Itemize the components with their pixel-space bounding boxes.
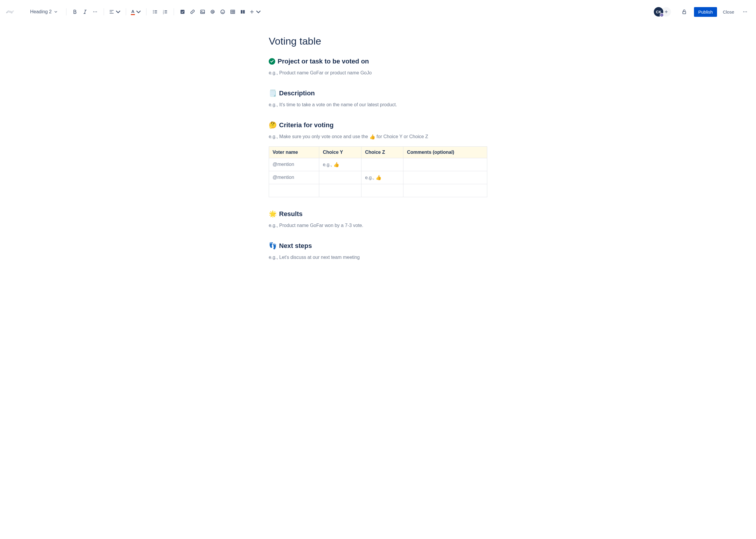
cell-y[interactable]: [319, 184, 362, 197]
text-style-label: Heading 2: [30, 9, 52, 15]
image-button[interactable]: [198, 7, 208, 17]
chevron-down-icon: [54, 10, 57, 14]
criteria-placeholder[interactable]: e.g., Make sure you only vote once and u…: [269, 133, 487, 140]
thumbs-up-icon: 👍: [370, 134, 375, 139]
svg-rect-17: [241, 10, 242, 14]
bullet-list-button[interactable]: [150, 7, 160, 17]
thinking-icon: 🤔: [269, 121, 277, 129]
italic-button[interactable]: [80, 7, 90, 17]
cell-voter[interactable]: @mention: [269, 158, 319, 171]
section-description-heading[interactable]: 🗒️ Description: [269, 89, 487, 97]
link-button[interactable]: [188, 7, 198, 17]
svg-point-3: [153, 10, 154, 11]
confluence-logo-icon: [6, 8, 14, 16]
section-next-steps-heading[interactable]: 👣 Next steps: [269, 242, 487, 250]
col-choice-y[interactable]: Choice Y: [319, 146, 362, 158]
publish-button[interactable]: Publish: [694, 7, 717, 17]
cell-voter[interactable]: @mention: [269, 171, 319, 184]
avatar-group: CK C: [654, 7, 671, 17]
cell-y[interactable]: e.g., 👍: [319, 158, 362, 171]
cell-voter[interactable]: [269, 184, 319, 197]
mention-button[interactable]: [208, 7, 218, 17]
svg-point-20: [743, 12, 744, 12]
svg-point-1: [95, 12, 96, 12]
section-project-heading[interactable]: Project or task to be voted on: [269, 57, 487, 65]
emoji-button[interactable]: [218, 7, 228, 17]
section-next-steps-text: Next steps: [279, 242, 312, 250]
cell-z[interactable]: e.g., 👍: [362, 171, 403, 184]
toolbar-divider: [126, 8, 126, 15]
cell-y[interactable]: [319, 171, 362, 184]
cell-z[interactable]: [362, 158, 403, 171]
cell-z[interactable]: [362, 184, 403, 197]
svg-text:3: 3: [163, 13, 164, 15]
table-header-row: Voter name Choice Y Choice Z Comments (o…: [269, 146, 487, 158]
table-button[interactable]: [228, 7, 238, 17]
svg-point-13: [220, 10, 224, 14]
avatar-badge: C: [660, 13, 664, 17]
next-steps-placeholder[interactable]: e.g., Let's discuss at our next team mee…: [269, 254, 487, 261]
numbered-list-button[interactable]: 123: [160, 7, 170, 17]
more-actions-button[interactable]: [740, 7, 750, 17]
svg-rect-19: [683, 12, 686, 14]
section-criteria-heading[interactable]: 🤔 Criteria for voting: [269, 121, 487, 129]
user-avatar[interactable]: CK C: [654, 7, 663, 17]
svg-point-22: [746, 12, 747, 12]
notepad-icon: 🗒️: [269, 89, 277, 97]
action-item-button[interactable]: [178, 7, 188, 17]
description-placeholder[interactable]: e.g., It's time to take a vote on the na…: [269, 101, 487, 108]
svg-rect-18: [243, 10, 245, 14]
cell-comments[interactable]: [403, 184, 487, 197]
col-comments[interactable]: Comments (optional): [403, 146, 487, 158]
voting-table[interactable]: Voter name Choice Y Choice Z Comments (o…: [269, 146, 487, 197]
svg-rect-16: [231, 10, 234, 14]
restrictions-button[interactable]: [679, 7, 689, 17]
alignment-button[interactable]: [108, 7, 122, 17]
page-title[interactable]: Voting table: [269, 36, 487, 47]
results-placeholder[interactable]: e.g., Product name GoFar won by a 7-3 vo…: [269, 222, 487, 229]
table-row[interactable]: @mention e.g., 👍: [269, 158, 487, 171]
editor-toolbar: Heading 2 A 123: [0, 0, 756, 24]
svg-point-0: [93, 12, 94, 12]
editor-content[interactable]: Voting table Project or task to be voted…: [263, 24, 493, 286]
toolbar-divider: [146, 8, 146, 15]
footprints-icon: 👣: [269, 242, 277, 250]
svg-point-2: [96, 12, 97, 12]
section-project-text: Project or task to be voted on: [278, 57, 369, 65]
bold-button[interactable]: [70, 7, 80, 17]
toolbar-divider: [104, 8, 104, 15]
svg-point-4: [153, 12, 154, 12]
star-icon: 🌟: [269, 210, 277, 218]
table-row[interactable]: [269, 184, 487, 197]
table-row[interactable]: @mention e.g., 👍: [269, 171, 487, 184]
svg-rect-9: [180, 10, 184, 14]
layouts-button[interactable]: [238, 7, 248, 17]
section-criteria-text: Criteria for voting: [279, 121, 334, 129]
section-results-heading[interactable]: 🌟 Results: [269, 210, 487, 218]
svg-point-21: [745, 12, 746, 12]
cell-comments[interactable]: [403, 158, 487, 171]
svg-point-5: [153, 13, 154, 14]
insert-button[interactable]: [248, 7, 263, 17]
toolbar-divider: [66, 8, 66, 15]
svg-point-15: [223, 11, 224, 12]
text-style-dropdown[interactable]: Heading 2: [27, 7, 63, 16]
close-button[interactable]: Close: [719, 7, 738, 17]
col-voter[interactable]: Voter name: [269, 146, 319, 158]
section-description-text: Description: [279, 89, 315, 97]
project-placeholder[interactable]: e.g., Product name GoFar or product name…: [269, 69, 487, 76]
section-results-text: Results: [279, 210, 302, 218]
col-choice-z[interactable]: Choice Z: [362, 146, 403, 158]
check-circle-icon: [269, 58, 275, 65]
text-color-button[interactable]: A: [129, 7, 143, 17]
svg-rect-10: [201, 10, 205, 14]
toolbar-divider: [174, 8, 174, 15]
more-formatting-button[interactable]: [90, 7, 100, 17]
svg-point-14: [222, 11, 222, 12]
cell-comments[interactable]: [403, 171, 487, 184]
